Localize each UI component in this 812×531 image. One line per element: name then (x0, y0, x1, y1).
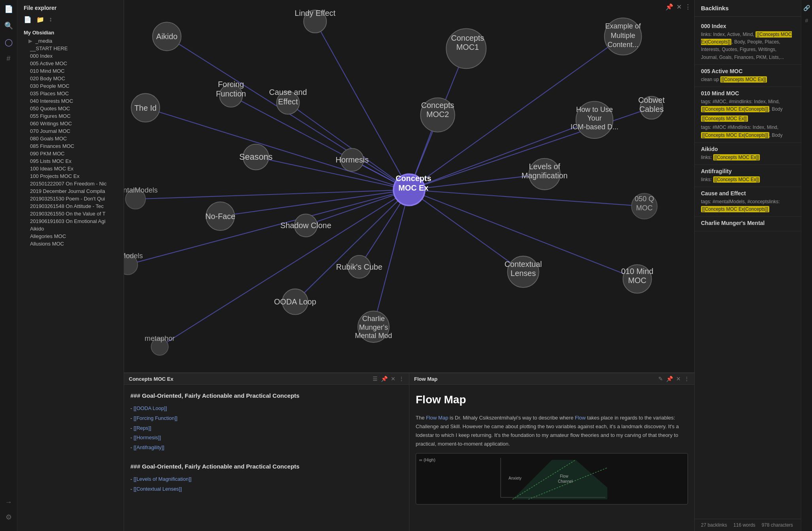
svg-text:Effect: Effect (278, 97, 298, 106)
close-concepts-icon[interactable]: ✕ (391, 376, 396, 382)
hash-right-icon[interactable]: # (805, 17, 808, 24)
sidebar-item-start-here[interactable]: __START HERE (17, 45, 124, 52)
sidebar-item-allegories[interactable]: Allegories MOC (17, 232, 124, 240)
file-tree: My Obsidian ▶ _media __START HERE 000 In… (17, 26, 124, 531)
link-right-icon[interactable]: 🔗 (803, 5, 810, 11)
backlink-aikido-title[interactable]: Aikido (701, 146, 795, 152)
sidebar-item-050-quotes[interactable]: 050 Quotes MOC (17, 105, 124, 112)
concepts-link-ooda[interactable]: - [[OODA Loop]] (130, 404, 403, 413)
pin-graph-icon[interactable]: 📌 (665, 3, 673, 11)
backlink-concepts-link-7[interactable]: [[Concepts MOC Ex]] (713, 176, 760, 183)
sidebar-item-005-active[interactable]: 005 Active MOC (17, 60, 124, 67)
sidebar-item-090-pkm[interactable]: 090 PKM MOC (17, 150, 124, 157)
backlink-concepts-link-1[interactable]: [[Concepts MOC Ex|Concepts]] (701, 31, 792, 45)
backlink-concepts-link-2[interactable]: [[Concepts MOC Ex]] (720, 76, 767, 83)
sidebar-item-040-interests[interactable]: 040 Interests MOC (17, 97, 124, 105)
backlink-charlie-munger: Charlie Munger's Mental (695, 217, 801, 231)
sidebar-item-085-finances[interactable]: 085 Finances MOC (17, 142, 124, 150)
svg-text:Lindy Effect: Lindy Effect (295, 9, 336, 17)
sidebar-item-020-body[interactable]: 020 Body MOC (17, 75, 124, 82)
concepts-link-forcing[interactable]: - [[Forcing Function]] (130, 414, 403, 423)
edit-flow-icon[interactable]: ✎ (658, 376, 663, 382)
graph-view[interactable]: 📌 ✕ ⋮ (124, 0, 694, 373)
sidebar-item-010-mind[interactable]: 010 Mind MOC (17, 67, 124, 75)
backlink-aikido: Aikido links: [[Concepts MOC Ex]] (695, 143, 801, 165)
sidebar-item-2019-dec[interactable]: 2019 December Journal Compila (17, 187, 124, 195)
concepts-link-contextual[interactable]: - [[Contextual Lenses]] (130, 485, 403, 493)
backlink-cause-effect-text: tags: #mentalModels, #conceptslinks: [[C… (701, 198, 795, 213)
backlink-antifragility-title[interactable]: Antifragility (701, 168, 795, 174)
pin-flow-icon[interactable]: 📌 (666, 376, 673, 382)
svg-text:Cobwet: Cobwet (638, 96, 665, 104)
backlink-concepts-link-3[interactable]: [[Concepts MOC Ex|Concepts]] (701, 106, 769, 112)
svg-line-15 (373, 190, 409, 325)
sidebar-item-055-figures[interactable]: 055 Figures MOC (17, 112, 124, 120)
sidebar-item-201501222007[interactable]: 201501222007 On Freedom - Nic (17, 180, 124, 187)
sidebar-item-201903261548[interactable]: 201903261548 On Attitude - Tec (17, 202, 124, 210)
new-file-icon[interactable]: 📄 (24, 16, 32, 23)
sidebar-item-201906191603[interactable]: 201906191603 On Emotional Agi (17, 217, 124, 225)
more-concepts-icon[interactable]: ⋮ (399, 376, 404, 382)
sidebar-item-035-places[interactable]: 035 Places MOC (17, 90, 124, 97)
backlink-charlie-munger-title[interactable]: Charlie Munger's Mental (701, 220, 795, 226)
sidebar-item-030-people[interactable]: 030 People MOC (17, 82, 124, 90)
sidebar-item-allusions[interactable]: Allusions MOC (17, 240, 124, 248)
more-flow-icon[interactable]: ⋮ (684, 376, 690, 382)
graph-icon[interactable]: ◯ (5, 38, 13, 47)
flow-panel-body: Flow Map The Flow Map is Dr. Mihaly Csik… (409, 385, 694, 531)
backlink-concepts-link-8[interactable]: [[Concepts MOC Ex|Concepts]] (701, 206, 769, 212)
backlink-concepts-link-5[interactable]: [[Concepts MOC Ex|Concepts]] (701, 132, 769, 138)
backlink-concepts-link-6[interactable]: [[Concepts MOC Ex]] (713, 154, 760, 161)
close-flow-icon[interactable]: ✕ (676, 376, 681, 382)
svg-text:Rubik's Cube: Rubik's Cube (336, 263, 382, 271)
sidebar-title: File explorer (17, 0, 124, 14)
backlink-000-index-title[interactable]: 000 Index (701, 23, 795, 29)
backlink-010-mind-title[interactable]: 010 Mind MOC (701, 90, 795, 96)
sidebar-item-000-index[interactable]: 000 Index (17, 52, 124, 60)
reading-mode-icon[interactable]: ☰ (373, 376, 378, 382)
backlink-005-active-title[interactable]: 005 Active MOC (701, 68, 795, 74)
sidebar-item-060-writings[interactable]: 060 Writings MOC (17, 120, 124, 127)
svg-text:Charlie: Charlie (362, 315, 385, 323)
file-nav-icon[interactable]: 📄 (4, 5, 13, 13)
backlink-000-index: 000 Index links: Index, Active, Mind, [[… (695, 20, 801, 65)
concepts-link-antifragility[interactable]: - [[Antifragility]] (130, 444, 403, 452)
backlink-cause-effect-title[interactable]: Cause and Effect (701, 190, 795, 197)
tag-icon[interactable]: # (6, 55, 10, 63)
sidebar-item-aikido[interactable]: Aikido (17, 225, 124, 232)
concepts-panel-body: ### Goal-Oriented, Fairly Actionable and… (124, 385, 409, 531)
logout-icon[interactable]: → (5, 498, 12, 506)
more-graph-icon[interactable]: ⋮ (685, 3, 691, 11)
backlink-000-index-text: links: Index, Active, Mind, [[Concepts M… (701, 31, 795, 61)
sidebar-item-100-ideas[interactable]: 100 Ideas MOC Ex (17, 165, 124, 172)
right-iconbar: 🔗 # (801, 0, 812, 531)
svg-text:Munger's: Munger's (359, 323, 388, 331)
concepts-link-reps[interactable]: - [[Reps]] (130, 424, 403, 433)
concepts-link-levels[interactable]: - [[Levels of Magnification]] (130, 475, 403, 484)
tree-root-label[interactable]: My Obsidian (17, 28, 124, 37)
sidebar-item-095-lists[interactable]: 095 Lists MOC Ex (17, 157, 124, 165)
svg-text:Aikido: Aikido (156, 32, 177, 41)
svg-text:MOC2: MOC2 (426, 110, 449, 119)
sidebar-item-media[interactable]: ▶ _media (17, 37, 124, 45)
sidebar-item-080-goals[interactable]: 080 Goals MOC (17, 135, 124, 142)
sidebar-item-070-journal[interactable]: 070 Journal MOC (17, 127, 124, 135)
sort-icon[interactable]: ↕ (49, 16, 52, 23)
sidebar-item-100-projects[interactable]: 100 Projects MOC Ex (17, 172, 124, 180)
flow-map-panel: Flow Map ✎ 📌 ✕ ⋮ Flow Map The Flow Map i… (409, 373, 694, 531)
svg-text:ICM-based D...: ICM-based D... (571, 123, 618, 131)
sidebar-item-201903251530[interactable]: 201903251530 Poem - Don't Qui (17, 195, 124, 202)
flow-link[interactable]: Flow (575, 415, 586, 421)
backlink-concepts-link-4[interactable]: [[Concepts MOC Ex]] (701, 115, 748, 122)
close-graph-icon[interactable]: ✕ (676, 3, 682, 11)
search-icon[interactable]: 🔍 (4, 21, 13, 30)
settings-icon[interactable]: ⚙ (6, 513, 12, 522)
backlinks-title: Backlinks (695, 0, 801, 17)
sidebar-item-201903261550[interactable]: 201903261550 On the Value of T (17, 210, 124, 217)
concepts-link-hormesis[interactable]: - [[Hormesis]] (130, 434, 403, 442)
flow-map-link[interactable]: Flow Map (426, 415, 448, 421)
pin-concepts-icon[interactable]: 📌 (381, 376, 388, 382)
new-folder-icon[interactable]: 📁 (36, 16, 44, 23)
concepts-panel-header: Concepts MOC Ex ☰ 📌 ✕ ⋮ (124, 373, 409, 385)
svg-text:Multiple: Multiple (611, 32, 635, 40)
